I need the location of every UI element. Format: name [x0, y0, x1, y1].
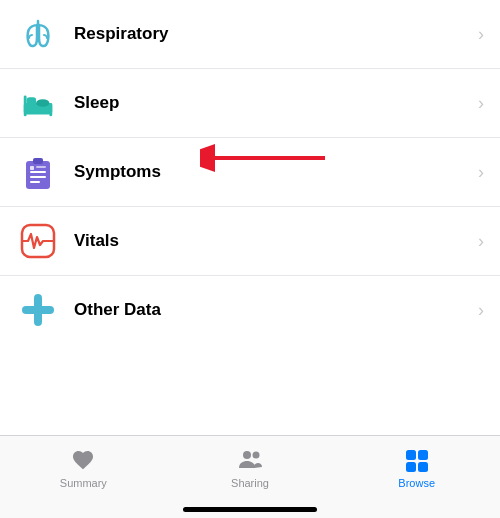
svg-rect-20	[418, 450, 428, 460]
health-list: Respiratory › Sleep ›	[0, 0, 500, 435]
summary-tab-label: Summary	[60, 477, 107, 489]
other-data-icon	[16, 288, 60, 332]
chevron-icon: ›	[478, 24, 484, 45]
svg-rect-13	[36, 166, 46, 168]
svg-point-18	[253, 452, 260, 459]
browse-tab-label: Browse	[398, 477, 435, 489]
svg-rect-7	[26, 161, 50, 189]
summary-icon	[69, 446, 97, 474]
svg-rect-9	[30, 171, 46, 173]
vitals-label: Vitals	[74, 231, 478, 251]
svg-rect-12	[30, 166, 34, 170]
list-item[interactable]: Other Data ›	[0, 276, 500, 344]
chevron-icon: ›	[478, 93, 484, 114]
home-indicator	[183, 507, 317, 512]
symptoms-label: Symptoms	[74, 162, 478, 182]
sleep-label: Sleep	[74, 93, 478, 113]
sleep-icon	[16, 81, 60, 125]
symptoms-icon	[16, 150, 60, 194]
other-data-label: Other Data	[74, 300, 478, 320]
svg-rect-8	[33, 158, 43, 164]
svg-rect-11	[30, 181, 40, 183]
chevron-icon: ›	[478, 231, 484, 252]
svg-rect-19	[406, 450, 416, 460]
browse-icon	[403, 446, 431, 474]
chevron-icon: ›	[478, 300, 484, 321]
list-item[interactable]: Sleep ›	[0, 69, 500, 138]
svg-rect-16	[22, 306, 54, 314]
list-item[interactable]: Symptoms ›	[0, 138, 500, 207]
respiratory-icon	[16, 12, 60, 56]
tab-sharing[interactable]: Sharing	[167, 446, 334, 489]
svg-point-4	[36, 99, 49, 107]
sharing-icon	[236, 446, 264, 474]
tab-browse[interactable]: Browse	[333, 446, 500, 489]
svg-rect-10	[30, 176, 46, 178]
svg-rect-22	[418, 462, 428, 472]
sharing-tab-label: Sharing	[231, 477, 269, 489]
svg-rect-1	[27, 97, 36, 105]
svg-rect-3	[49, 103, 52, 116]
list-item[interactable]: Vitals ›	[0, 207, 500, 276]
svg-rect-2	[24, 95, 27, 116]
tab-bar: Summary Sharing Browse	[0, 435, 500, 518]
svg-rect-21	[406, 462, 416, 472]
list-item[interactable]: Respiratory ›	[0, 0, 500, 69]
chevron-icon: ›	[478, 162, 484, 183]
tab-summary[interactable]: Summary	[0, 446, 167, 489]
svg-point-17	[243, 451, 251, 459]
respiratory-label: Respiratory	[74, 24, 478, 44]
vitals-icon	[16, 219, 60, 263]
